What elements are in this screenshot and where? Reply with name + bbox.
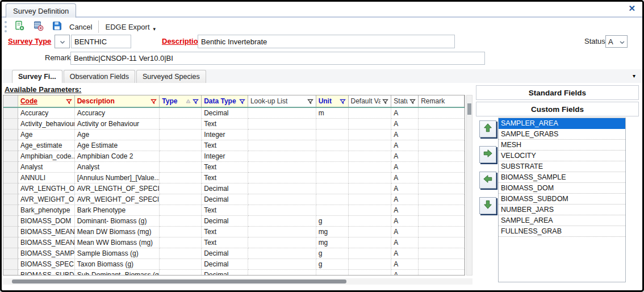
move-down-arrow-button[interactable] [479, 197, 496, 214]
row-selector[interactable] [3, 119, 18, 130]
list-item-number-jars[interactable]: NUMBER_JARS [499, 205, 625, 215]
cell-look-up-list [248, 216, 316, 227]
tab-surveyed-species[interactable]: Surveyed Species [136, 70, 206, 83]
table-row[interactable]: BIOMASS_MEAN...Mean WW Biomass (mg)Textm… [3, 237, 465, 248]
filter-icon[interactable] [409, 98, 416, 105]
tab-survey-fi[interactable]: Survey Fi... [12, 70, 62, 83]
list-item-biomass-dom[interactable]: BIOMASS_DOM [499, 183, 625, 194]
column-header-description[interactable]: Description [75, 95, 160, 107]
cell-unit [316, 140, 349, 151]
cell-type [160, 183, 202, 194]
row-selector[interactable] [3, 259, 18, 270]
filter-icon[interactable] [150, 98, 157, 105]
list-item-sampler-area[interactable]: SAMPLER_AREA [499, 118, 625, 129]
column-header-code[interactable]: Code [18, 95, 75, 107]
column-header-data-type[interactable]: Data Type [202, 95, 248, 107]
move-up-arrow-button[interactable] [479, 120, 496, 137]
table-row[interactable]: Bark_phenotypeBark PhenotypeTextA [3, 205, 465, 216]
list-item-substrate[interactable]: SUBSTRATE [499, 161, 625, 172]
filter-icon[interactable] [193, 98, 199, 105]
tab-list-dropdown-icon[interactable]: ▾ [633, 73, 635, 79]
move-up-arrow-icon [483, 123, 493, 135]
cell-type [160, 162, 202, 173]
table-row[interactable]: AccuracyAccuracyDecimalmA [3, 108, 465, 119]
add-record-button[interactable] [13, 20, 26, 33]
list-item-biomass-sample[interactable]: BIOMASS_SAMPLE [499, 172, 625, 183]
table-row[interactable]: BIOMASS_SPECI...Taxon Biomass (g)Decimal… [3, 259, 465, 270]
column-header-default-val[interactable]: Default Val [349, 95, 392, 107]
list-item-sample-area[interactable]: SAMPLE_AREA [499, 215, 625, 226]
column-header-unit[interactable]: Unit [316, 95, 349, 107]
move-left-arrow-button[interactable] [479, 172, 496, 189]
row-selector[interactable] [3, 270, 18, 276]
tab-survey-definition[interactable]: Survey Definition [6, 3, 76, 18]
row-selector[interactable] [3, 162, 18, 173]
row-selector[interactable] [3, 216, 18, 227]
row-selector[interactable] [3, 227, 18, 237]
filter-icon[interactable] [239, 98, 245, 105]
custom-fields-listbox[interactable]: SAMPLER_AREASAMPLE_GRABSMESHVELOCITYSUBS… [498, 118, 626, 282]
save-button[interactable] [51, 20, 63, 33]
table-row[interactable]: Age_estimateAge EstimateTextA [3, 140, 465, 151]
table-row[interactable]: BIOMASS_SAMPLESample Biomass (g)Decimalg… [3, 248, 465, 259]
grid-vertical-scrollbar[interactable] [466, 95, 472, 276]
list-item-mesh[interactable]: MESH [499, 140, 625, 151]
status-dropdown[interactable]: A [605, 35, 628, 48]
move-right-arrow-button[interactable] [479, 146, 496, 163]
table-row[interactable]: AVR_LENGTH_O...AVR_LENGTH_OF_SPECIE...De… [3, 183, 465, 194]
row-selector[interactable] [3, 173, 18, 183]
vertical-scrollbar-thumb[interactable] [467, 103, 471, 115]
list-item-velocity[interactable]: VELOCITY [499, 151, 625, 161]
column-header-statu[interactable]: Statu [391, 95, 419, 107]
cell-remark [419, 130, 465, 140]
row-selector[interactable] [3, 194, 18, 205]
table-row[interactable]: ANNULI[Annulus Number]_[Value...TextA [3, 173, 465, 183]
row-selector[interactable] [3, 108, 18, 119]
subtab-strip: Survey Fi...Observation FieldsSurveyed S… [2, 69, 642, 83]
close-icon[interactable]: ✕ [628, 4, 635, 12]
filter-icon[interactable] [307, 98, 313, 105]
survey-type-input[interactable] [71, 35, 131, 48]
filter-icon[interactable] [66, 98, 72, 105]
tab-observation-fields[interactable]: Observation Fields [64, 70, 135, 83]
list-item-sample-grabs[interactable]: SAMPLE_GRABS [499, 129, 625, 140]
cell-type [160, 194, 202, 205]
table-row[interactable]: AVR_WEIGHT_O...AVR_WEIGHT_OF_SPECIE...De… [3, 194, 465, 205]
column-header-look-up-list[interactable]: Look-up List [248, 95, 316, 107]
survey-type-dropdown-button[interactable] [55, 35, 70, 48]
cancel-button[interactable]: Cancel [69, 23, 92, 31]
remark-input[interactable] [70, 52, 485, 65]
row-selector[interactable] [3, 130, 18, 140]
row-selector[interactable] [3, 140, 18, 151]
description-input[interactable] [198, 35, 455, 48]
list-item-biomass-subdom[interactable]: BIOMASS_SUBDOM [499, 194, 625, 205]
cell-code: Bark_phenotype [18, 205, 75, 216]
table-row[interactable]: BIOMASS_DOMDominant- Biomass (g)Decimalg… [3, 216, 465, 227]
cell-description: Bark Phenotype [75, 205, 160, 216]
column-header-remark[interactable]: Remark [419, 95, 465, 107]
row-selector[interactable] [3, 183, 18, 194]
filter-icon[interactable] [382, 98, 388, 105]
row-selector[interactable] [3, 237, 18, 248]
delete-record-button[interactable] [32, 20, 44, 33]
custom-fields-button[interactable]: Custom Fields [476, 102, 639, 116]
table-row[interactable]: Amphibian_code...Amphibian Code 2Integer… [3, 151, 465, 162]
horizontal-scrollbar-thumb[interactable] [12, 280, 346, 283]
table-row[interactable]: BIOMASS_SUBD...Sub-Dominant- Biomass (g)… [3, 270, 465, 276]
table-row[interactable]: AnalystAnalystTextA [3, 162, 465, 173]
cell-unit: mg [316, 237, 349, 248]
table-row[interactable]: BIOMASS_MEAN...Mean DW Biomass (mg)Textm… [3, 227, 465, 237]
grid-horizontal-scrollbar[interactable] [3, 278, 472, 285]
row-selector[interactable] [3, 248, 18, 259]
filter-icon[interactable] [340, 98, 346, 105]
row-selector[interactable] [3, 151, 18, 162]
column-header-type[interactable]: Type [160, 95, 202, 107]
cell-code: Amphibian_code... [18, 151, 75, 162]
table-row[interactable]: Activity_behaviourActivity or BehaviourT… [3, 119, 465, 130]
edge-export-button[interactable]: EDGE Export ▾ [105, 22, 156, 32]
list-item-fullness-grab[interactable]: FULLNESS_GRAB [499, 226, 625, 237]
table-row[interactable]: AgeAgeIntegerA [3, 130, 465, 140]
standard-fields-button[interactable]: Standard Fields [476, 85, 639, 100]
row-selector[interactable] [3, 205, 18, 216]
cell-unit: g [316, 259, 349, 270]
